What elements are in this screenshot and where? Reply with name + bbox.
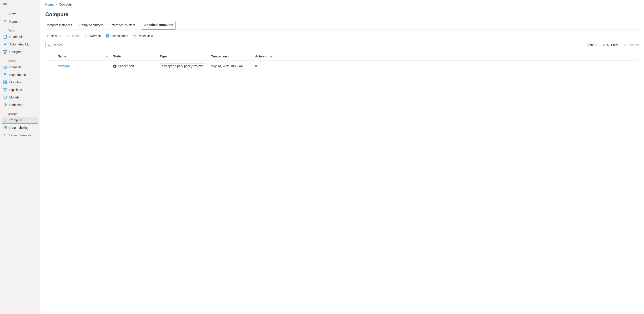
sort-down-icon: ↓ — [228, 54, 230, 58]
state-filter-label: State — [586, 43, 594, 47]
filter-icon — [602, 44, 606, 46]
sidebar-item-experiments[interactable]: Experiments — [0, 71, 40, 78]
star-icon[interactable]: ☆ — [106, 54, 109, 58]
sidebar-item-designer[interactable]: Designer — [0, 48, 40, 56]
sidebar-item-label: Models — [9, 96, 19, 99]
tab-compute-clusters[interactable]: Compute clusters — [79, 21, 104, 30]
pipelines-icon — [3, 88, 7, 92]
new-button[interactable]: New — [0, 10, 40, 18]
svg-rect-15 — [106, 34, 109, 37]
designer-icon — [3, 50, 7, 54]
tab-attached-computes[interactable]: Attached computes — [142, 21, 176, 30]
toolbar: New Detach Refresh Edit columns R — [45, 33, 639, 38]
active-runs-link[interactable]: 0 — [255, 64, 257, 68]
svg-point-11 — [5, 90, 6, 91]
sidebar-item-linked-services[interactable]: Linked Services — [0, 132, 40, 139]
sidebar-item-label: Home — [9, 20, 18, 23]
reset-view-button[interactable]: Reset view — [133, 33, 153, 38]
svg-rect-5 — [4, 81, 5, 82]
state-value: Succeeded — [118, 64, 134, 68]
all-filters-button[interactable]: All filters — [602, 43, 618, 47]
state-filter[interactable]: State — [586, 43, 598, 47]
compute-name-link[interactable]: abespark — [58, 64, 70, 68]
datasets-icon — [3, 65, 7, 69]
modules-icon — [3, 80, 7, 84]
all-filters-label: All filters — [607, 43, 618, 47]
svg-rect-7 — [4, 82, 5, 84]
new-compute-button[interactable]: New — [46, 33, 61, 38]
type-value: Synapse Spark pool (preview) — [160, 63, 206, 69]
svg-point-4 — [4, 66, 6, 67]
table-row[interactable]: abespark Succeeded Synapse Spark pool (p… — [45, 60, 639, 72]
header-type[interactable]: Type — [160, 54, 211, 58]
models-icon — [3, 95, 7, 99]
sidebar-item-label: Automated ML — [9, 42, 30, 46]
sidebar-item-home[interactable]: Home — [0, 18, 40, 25]
new-label: New — [50, 34, 57, 38]
chevron-down-icon — [58, 35, 61, 36]
header-active-runs[interactable]: Active runs — [255, 54, 286, 58]
hamburger-icon[interactable] — [3, 3, 36, 8]
columns-icon — [106, 34, 109, 38]
edit-columns-button[interactable]: Edit columns — [105, 33, 128, 38]
compute-icon — [3, 118, 7, 122]
detach-icon — [66, 34, 69, 38]
sidebar-item-label: Pipelines — [9, 88, 22, 92]
clear-all-button: Clear all — [623, 43, 639, 47]
breadcrumb-home-link[interactable]: Home — [45, 3, 54, 6]
breadcrumb: Home › Compute — [40, 0, 644, 8]
search-box[interactable] — [45, 42, 116, 48]
sidebar: New Home Author Notebooks Automated ML D… — [0, 0, 40, 314]
svg-point-16 — [48, 44, 50, 46]
created-on-value: May 14, 2021 10:22 AM — [211, 64, 255, 68]
sidebar-item-label: Modules — [9, 80, 21, 84]
close-icon — [623, 44, 626, 46]
svg-rect-3 — [5, 52, 6, 54]
home-icon — [3, 20, 7, 24]
section-assets: Assets — [0, 57, 40, 64]
plus-icon — [3, 12, 7, 16]
svg-point-9 — [4, 88, 4, 89]
clear-all-label: Clear all — [627, 43, 639, 47]
sidebar-item-modules[interactable]: Modules — [0, 78, 40, 86]
auto-ml-icon — [3, 42, 7, 46]
header-created-on[interactable]: Created on ↓ — [211, 54, 255, 58]
sidebar-item-label: Data Labeling — [9, 126, 28, 130]
success-icon — [113, 64, 116, 68]
edit-columns-label: Edit columns — [110, 34, 128, 38]
sidebar-item-endpoints[interactable]: Endpoints — [0, 101, 40, 109]
sidebar-item-pipelines[interactable]: Pipelines — [0, 86, 40, 94]
undo-icon — [133, 34, 136, 38]
section-author: Author — [0, 26, 40, 33]
sidebar-item-datasets[interactable]: Datasets — [0, 64, 40, 71]
sidebar-item-models[interactable]: Models — [0, 94, 40, 101]
header-name[interactable]: Name — [58, 54, 66, 58]
sidebar-item-label: Experiments — [9, 73, 26, 76]
plus-icon — [46, 34, 49, 38]
search-input[interactable] — [53, 43, 114, 47]
svg-rect-0 — [4, 35, 6, 38]
tab-compute-instances[interactable]: Compute instances — [45, 21, 73, 30]
link-icon — [3, 133, 7, 137]
header-state[interactable]: State — [113, 54, 160, 58]
sidebar-item-automl[interactable]: Automated ML — [0, 40, 40, 48]
refresh-icon — [85, 34, 88, 38]
sidebar-item-notebooks[interactable]: Notebooks — [0, 33, 40, 40]
sidebar-item-label: Notebooks — [9, 35, 24, 38]
new-label: New — [9, 12, 16, 16]
svg-rect-6 — [5, 81, 7, 82]
svg-point-10 — [6, 88, 7, 89]
svg-rect-2 — [6, 50, 7, 51]
sidebar-item-data-labeling[interactable]: Data Labeling — [0, 124, 40, 132]
refresh-button[interactable]: Refresh — [85, 33, 101, 38]
reset-view-label: Reset view — [138, 34, 153, 38]
tabs: Compute instances Compute clusters Infer… — [45, 21, 639, 30]
tab-inference-clusters[interactable]: Inference clusters — [110, 21, 136, 30]
table-header: Name ☆ State Type Created on ↓ Active ru… — [45, 52, 639, 60]
compute-table: Name ☆ State Type Created on ↓ Active ru… — [45, 52, 639, 72]
detach-button: Detach — [65, 33, 81, 38]
sidebar-item-label: Linked Services — [9, 134, 31, 137]
svg-rect-13 — [4, 119, 7, 121]
sidebar-item-compute[interactable]: Compute — [2, 117, 38, 124]
breadcrumb-current: Compute — [59, 3, 72, 6]
